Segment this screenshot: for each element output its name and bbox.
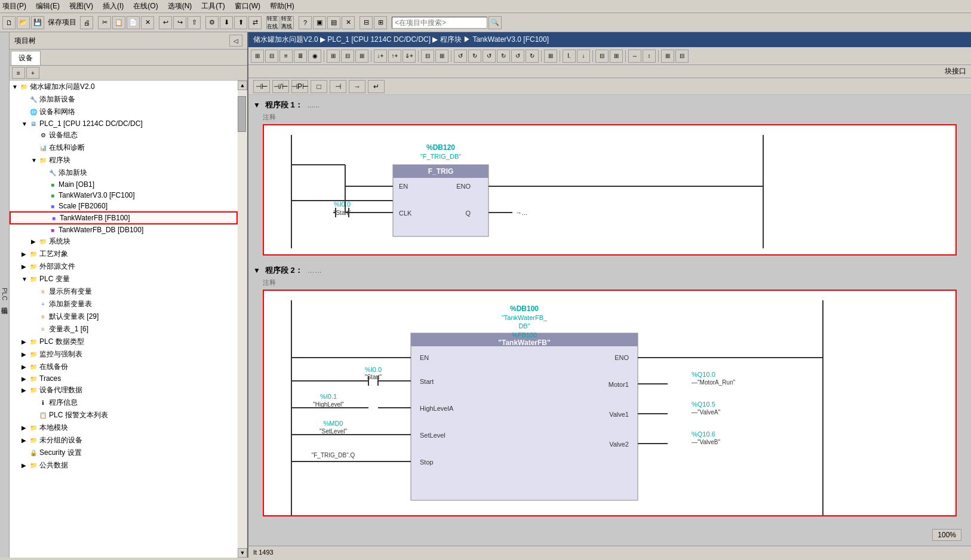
ed-btn-15[interactable]: ↺ — [483, 50, 496, 63]
go-offline-button[interactable]: 转至离线 — [281, 16, 294, 29]
ed-btn-24[interactable]: ↔ — [628, 50, 641, 63]
lad-btn-pos-edge[interactable]: ⊣P⊢ — [291, 80, 308, 93]
ed-btn-21[interactable]: ↓ — [577, 50, 590, 63]
copy-button[interactable]: 📋 — [112, 16, 125, 29]
undo-button[interactable]: ↩ — [159, 16, 172, 29]
ed-btn-3[interactable]: ≡ — [279, 50, 293, 63]
ed-btn-26[interactable]: ⊞ — [661, 50, 674, 63]
lad-btn-close-branch[interactable]: ↵ — [368, 80, 385, 93]
search-input[interactable] — [392, 17, 487, 29]
monitor-button[interactable]: ▣ — [313, 16, 326, 29]
menu-view[interactable]: 视图(V) — [69, 1, 93, 11]
transfer-button[interactable]: ⇄ — [248, 16, 262, 29]
tree-item-security[interactable]: 🔒 Security 设置 — [10, 447, 238, 459]
tree-view-button[interactable]: ≡ — [12, 67, 25, 79]
tree-scroll-up-button[interactable]: ▲ — [238, 81, 247, 90]
menu-options[interactable]: 选项(N) — [168, 1, 192, 11]
tree-item-vartable1[interactable]: ≡ 变量表_1 [6] — [10, 323, 238, 336]
tree-item-traces[interactable]: ▶ 📁 Traces — [10, 373, 238, 384]
ed-btn-6[interactable]: ⊟ — [341, 50, 354, 63]
lad-btn-box[interactable]: □ — [311, 80, 327, 93]
tree-item-tankwaterfb-db[interactable]: ■ TankWaterFB_DB [DB100] — [10, 224, 238, 235]
tree-item-add-block[interactable]: 🔧 添加新块 — [10, 167, 238, 179]
tree-item-tankwater-fc[interactable]: ■ TankWaterV3.0 [FC100] — [10, 190, 238, 201]
ed-btn-16[interactable]: ↻ — [497, 50, 510, 63]
tree-item-online-diag[interactable]: 📊 在线和诊断 — [10, 141, 238, 154]
tree-root[interactable]: ▼ 📁 储水罐加水问题V2.0 — [10, 81, 238, 93]
tree-tab-device[interactable]: 设备 — [11, 51, 41, 65]
lad-btn-open-branch[interactable]: → — [349, 80, 365, 93]
ed-btn-1[interactable]: ⊞ — [251, 50, 264, 63]
delete-button[interactable]: ✕ — [141, 16, 154, 29]
tree-item-add-device[interactable]: 🔧 添加新设备 — [10, 93, 238, 106]
tree-item-monitor-force[interactable]: ▶ 📁 监控与强制表 — [10, 348, 238, 361]
ed-btn-17[interactable]: ↺ — [511, 50, 524, 63]
tree-item-alarm-list[interactable]: 📋 PLC 报警文本列表 — [10, 409, 238, 421]
ed-btn-27[interactable]: ⊟ — [675, 50, 689, 63]
search-button[interactable]: 🔍 — [488, 16, 502, 29]
ed-btn-18[interactable]: ↻ — [526, 50, 539, 63]
tree-scroll-down-button[interactable]: ▼ — [238, 548, 247, 558]
menu-insert[interactable]: 插入(I) — [103, 1, 124, 11]
tree-item-plc1[interactable]: ▼ 🖥 PLC_1 [CPU 1214C DC/DC/DC] — [10, 118, 238, 129]
redo2-button[interactable]: ⇧ — [188, 16, 201, 29]
tree-item-local-modules[interactable]: ▶ 📁 本地模块 — [10, 421, 238, 434]
lad-btn-coil[interactable]: ⊣ — [330, 80, 346, 93]
compile-button[interactable]: ⚙ — [205, 16, 219, 29]
ed-btn-12[interactable]: ⊞ — [435, 50, 448, 63]
download-button[interactable]: ⬇ — [220, 16, 233, 29]
tree-item-tech-obj[interactable]: ▶ 📁 工艺对象 — [10, 248, 238, 260]
ed-btn-11[interactable]: ⊟ — [421, 50, 434, 63]
tree-item-tankwaterfb[interactable]: ■ TankWaterFB [FB100] — [10, 211, 238, 224]
lad-btn-no-contact[interactable]: ⊣⊢ — [253, 80, 270, 93]
tree-item-default-vartable[interactable]: ≡ 默认变量表 [29] — [10, 310, 238, 323]
ed-btn-8[interactable]: ↓+ — [374, 50, 387, 63]
ed-btn-4[interactable]: ≣ — [294, 50, 307, 63]
ed-btn-14[interactable]: ↻ — [468, 50, 481, 63]
force-button[interactable]: ▤ — [327, 16, 340, 29]
tree-item-scale-fb[interactable]: ■ Scale [FB2060] — [10, 201, 238, 211]
tree-item-plc-datatypes[interactable]: ▶ 📁 PLC 数据类型 — [10, 336, 238, 348]
tree-item-network[interactable]: 🌐 设备和网络 — [10, 106, 238, 118]
save-project-button[interactable]: 💾 — [31, 16, 44, 29]
tree-item-prog-blocks[interactable]: ▼ 📁 程序块 — [10, 154, 238, 167]
tree-item-plc-vars[interactable]: ▼ 📁 PLC 变量 — [10, 273, 238, 285]
menu-edit[interactable]: 编辑(E) — [36, 1, 60, 11]
ed-btn-23[interactable]: ⊞ — [610, 50, 623, 63]
menu-project[interactable]: 项目(P) — [2, 1, 26, 11]
menu-help[interactable]: 帮助(H) — [270, 1, 294, 11]
menu-window[interactable]: 窗口(W) — [235, 1, 260, 11]
split-button[interactable]: ⊟ — [359, 16, 373, 29]
tree-scroll-track[interactable] — [238, 90, 247, 548]
go-online-button[interactable]: 转至在线 — [266, 16, 279, 29]
tree-item-main-ob1[interactable]: ■ Main [OB1] — [10, 179, 238, 190]
editor-content[interactable]: ▼ 程序段 1： ...... 注释 — [248, 95, 971, 546]
tree-item-device-config[interactable]: ⚙ 设备组态 — [10, 129, 238, 141]
seg2-collapse-arrow[interactable]: ▼ — [253, 266, 260, 275]
upload-button[interactable]: ⬆ — [234, 16, 247, 29]
close-online-button[interactable]: ✕ — [342, 16, 355, 29]
ed-btn-7[interactable]: ⊞ — [355, 50, 368, 63]
cut-button[interactable]: ✂ — [98, 16, 111, 29]
tree-scroll-thumb[interactable] — [238, 96, 246, 132]
ed-btn-13[interactable]: ↺ — [454, 50, 467, 63]
tree-item-show-all-vars[interactable]: ≡ 显示所有变量 — [10, 285, 238, 298]
tree-item-device-proxy[interactable]: ▶ 📁 设备代理数据 — [10, 384, 238, 396]
seg1-collapse-arrow[interactable]: ▼ — [253, 101, 260, 109]
ed-btn-9[interactable]: ↑+ — [388, 50, 401, 63]
ed-btn-22[interactable]: ⊟ — [595, 50, 609, 63]
open-project-button[interactable]: 📂 — [17, 16, 30, 29]
help-button[interactable]: ? — [299, 16, 312, 29]
tree-item-sys-blocks[interactable]: ▶ 📁 系统块 — [10, 235, 238, 248]
tree-new-button[interactable]: + — [26, 67, 39, 79]
menu-tools[interactable]: 工具(T) — [201, 1, 225, 11]
ed-btn-20[interactable]: I. — [563, 50, 576, 63]
ed-btn-19[interactable]: ⊞ — [544, 50, 557, 63]
ed-btn-10[interactable]: ⇓+ — [402, 50, 416, 63]
ed-btn-5[interactable]: ⊞ — [327, 50, 340, 63]
ed-btn-contacts[interactable]: ◉ — [308, 50, 321, 63]
print-button[interactable]: 🖨 — [80, 16, 93, 29]
tree-item-add-vartable[interactable]: + 添加新变量表 — [10, 298, 238, 310]
paste-button[interactable]: 📄 — [127, 16, 140, 29]
tree-item-ungrouped[interactable]: ▶ 📁 未分组的设备 — [10, 434, 238, 447]
